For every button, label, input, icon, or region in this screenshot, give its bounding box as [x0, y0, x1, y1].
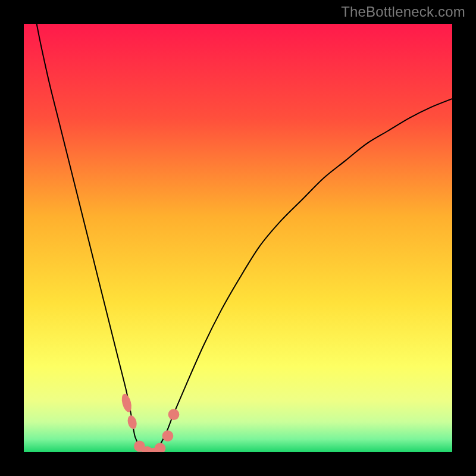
marker-dot	[155, 443, 166, 452]
plot-area	[24, 24, 452, 452]
marker-dot	[162, 430, 174, 441]
marker-pill	[120, 393, 133, 413]
watermark-text: TheBottleneck.com	[341, 4, 465, 20]
marker-pill	[126, 415, 138, 430]
marker-dot	[168, 409, 180, 420]
chart-frame: TheBottleneck.com	[0, 0, 476, 476]
right-curve	[152, 99, 452, 452]
left-curve	[37, 24, 148, 452]
curve-layer	[24, 24, 452, 452]
